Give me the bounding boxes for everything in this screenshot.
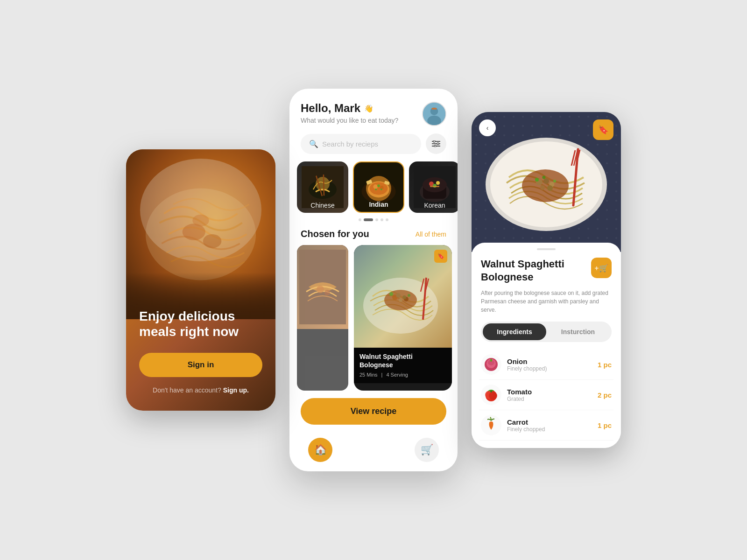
carrot-title: Carrot xyxy=(507,418,598,426)
signin-button[interactable]: Sign in xyxy=(139,353,262,377)
dot-5 xyxy=(386,218,388,221)
svg-point-28 xyxy=(381,189,382,190)
dot-1 xyxy=(359,218,361,221)
svg-point-48 xyxy=(399,298,402,302)
recipe-detail-title: Walnut Spaghetti Bolognese xyxy=(481,258,584,283)
onion-desc: Finely chopped) xyxy=(507,365,598,372)
recipe-carousel: 🔖 Walnut Spaghetti Bolognese 25 Mins | 4… xyxy=(289,245,458,391)
recipe-description: After pouring the bolognese sauce on it,… xyxy=(472,289,621,322)
svg-point-12 xyxy=(437,143,439,145)
detail-header: Walnut Spaghetti Bolognese +🛒 xyxy=(472,258,621,289)
carrot-icon xyxy=(481,415,501,435)
dot-3 xyxy=(375,218,378,221)
greeting-name: Hello, Mark xyxy=(301,102,360,115)
ingredients-list: Onion Finely chopped) 1 pc xyxy=(472,350,621,448)
svg-point-85 xyxy=(489,392,497,400)
svg-point-23 xyxy=(370,182,388,195)
svg-point-40 xyxy=(317,286,324,293)
bookmark-button[interactable]: 🔖 xyxy=(593,119,613,140)
back-button[interactable]: ‹ xyxy=(479,119,496,136)
tomato-desc: Grated xyxy=(507,396,598,402)
recipe-time: 25 Mins xyxy=(359,372,378,378)
section-title: Chosen for you xyxy=(301,229,369,239)
carrot-desc: Finely chopped xyxy=(507,426,598,433)
tomato-title: Tomato xyxy=(507,388,598,396)
svg-point-26 xyxy=(377,184,380,187)
search-bar: 🔍 Search by recieps xyxy=(301,133,446,154)
signin-content: Enjoy delicious meals right now Sign in … xyxy=(139,308,262,394)
tomato-name: Tomato Grated xyxy=(507,388,598,402)
user-avatar[interactable] xyxy=(422,102,446,126)
svg-point-6 xyxy=(427,116,441,126)
svg-point-36 xyxy=(436,181,440,185)
recipe-meta: 25 Mins | 4 Serving xyxy=(359,372,446,378)
svg-point-11 xyxy=(433,140,435,142)
search-placeholder: Search by recieps xyxy=(322,140,378,148)
ingredient-row-carrot: Carrot Finely chopped 1 pc xyxy=(479,410,613,441)
tab-instruction[interactable]: Insturction xyxy=(546,323,610,340)
recipe-detail-screen: ‹ 🔖 Walnut Spaghetti Bolognese +🛒 After … xyxy=(472,112,621,448)
dot-4 xyxy=(381,218,383,221)
carousel-dots xyxy=(289,218,458,221)
recipe-card-pasta[interactable] xyxy=(297,245,348,391)
category-label-indian: Indian xyxy=(354,201,403,208)
svg-rect-82 xyxy=(490,359,492,362)
category-card-korean[interactable]: Korean xyxy=(409,161,458,213)
onion-icon xyxy=(481,354,501,375)
svg-point-74 xyxy=(543,176,546,179)
cart-plus-icon: +🛒 xyxy=(594,264,608,273)
nav-home-button[interactable]: 🏠 xyxy=(308,438,332,462)
dot-2 xyxy=(364,218,373,221)
recipe-card-featured[interactable]: 🔖 Walnut Spaghetti Bolognese 25 Mins | 4… xyxy=(354,245,452,391)
svg-rect-38 xyxy=(430,186,439,187)
onion-qty: 1 pc xyxy=(598,361,612,369)
signup-link[interactable]: Sign up. xyxy=(223,386,249,394)
main-app-screen: Hello, Mark 👋 What would you like to eat… xyxy=(289,89,458,471)
ingredient-row-tomato: Tomato Grated 2 pc xyxy=(479,380,613,410)
signin-tagline: Enjoy delicious meals right now xyxy=(139,308,262,340)
greeting-section: Hello, Mark 👋 What would you like to eat… xyxy=(301,102,398,124)
category-card-chinese[interactable]: Chinese xyxy=(297,161,348,213)
recipe-info: Walnut Spaghetti Bolognese 25 Mins | 4 S… xyxy=(354,348,452,383)
drag-handle xyxy=(537,248,556,250)
wave-emoji: 👋 xyxy=(364,104,374,113)
recipe-bookmark[interactable]: 🔖 xyxy=(434,250,447,263)
signup-prompt: Don't have an account? Sign up. xyxy=(139,386,262,394)
filter-button[interactable] xyxy=(426,133,446,154)
onion-name: Onion Finely chopped) xyxy=(507,357,598,372)
recipe-servings: 4 Serving xyxy=(386,372,408,378)
tabs-row: Ingredients Insturction xyxy=(481,322,612,342)
nav-cart-button[interactable]: 🛒 xyxy=(415,438,439,462)
signin-screen: Enjoy delicious meals right now Sign in … xyxy=(126,149,275,411)
search-input-wrap[interactable]: 🔍 Search by recieps xyxy=(301,134,421,154)
svg-point-47 xyxy=(402,295,406,299)
food-hero-image xyxy=(126,149,275,319)
category-card-indian[interactable]: Indian xyxy=(353,161,404,213)
all-recipes-link[interactable]: All of them xyxy=(416,231,446,238)
view-recipe-button[interactable]: View recipe xyxy=(301,398,446,425)
chosen-section-header: Chosen for you All of them xyxy=(289,229,458,245)
svg-point-73 xyxy=(553,180,556,182)
svg-point-70 xyxy=(540,185,545,190)
svg-point-72 xyxy=(535,178,539,182)
svg-point-53 xyxy=(408,294,410,297)
tomato-icon xyxy=(481,385,501,405)
bottom-nav: 🏠 🛒 xyxy=(289,432,458,471)
category-scroll: Chinese xyxy=(289,161,458,213)
add-to-cart-button[interactable]: +🛒 xyxy=(591,258,612,278)
svg-point-46 xyxy=(396,293,401,298)
svg-point-52 xyxy=(389,292,393,296)
svg-rect-7 xyxy=(431,108,437,110)
svg-point-71 xyxy=(547,185,553,191)
svg-point-2 xyxy=(203,234,221,248)
svg-point-66 xyxy=(522,169,569,202)
carrot-qty: 1 pc xyxy=(598,421,612,429)
svg-point-13 xyxy=(434,145,436,147)
tab-ingredients[interactable]: Ingredients xyxy=(483,323,546,340)
onion-title: Onion xyxy=(507,357,598,365)
category-label-korean: Korean xyxy=(409,202,458,209)
greeting-subtitle: What would you like to eat today? xyxy=(301,117,398,124)
ingredient-row-onion: Onion Finely chopped) 1 pc xyxy=(479,350,613,380)
carrot-name: Carrot Finely chopped xyxy=(507,418,598,433)
svg-point-41 xyxy=(324,290,330,295)
